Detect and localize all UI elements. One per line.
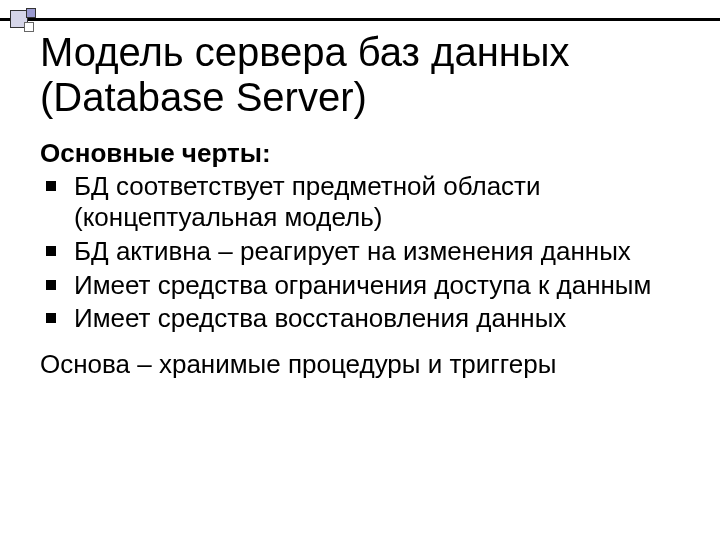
list-item-text: Имеет средства ограничения доступа к дан… bbox=[74, 270, 651, 300]
list-item: Имеет средства ограничения доступа к дан… bbox=[40, 270, 684, 302]
header-decoration bbox=[0, 6, 720, 32]
footer-line: Основа – хранимые процедуры и триггеры bbox=[40, 349, 684, 381]
list-item-text: Имеет средства восстановления данных bbox=[74, 303, 566, 333]
list-item: Имеет средства восстановления данных bbox=[40, 303, 684, 335]
list-item: БД соответствует предметной области (кон… bbox=[40, 171, 684, 234]
list-item-text: БД активна – реагирует на изменения данн… bbox=[74, 236, 631, 266]
square-bullet-icon bbox=[46, 280, 56, 290]
list-item: БД активна – реагирует на изменения данн… bbox=[40, 236, 684, 268]
square-bullet-icon bbox=[46, 313, 56, 323]
square-bullet-icon bbox=[46, 246, 56, 256]
list-item-text: БД соответствует предметной области (кон… bbox=[74, 171, 541, 233]
header-square-outline bbox=[24, 22, 34, 32]
slide: Модель сервера баз данных (Database Serv… bbox=[0, 0, 720, 540]
slide-title: Модель сервера баз данных (Database Serv… bbox=[40, 30, 684, 120]
square-bullet-icon bbox=[46, 181, 56, 191]
header-square-fill bbox=[26, 8, 36, 18]
bullet-list: БД соответствует предметной области (кон… bbox=[40, 171, 684, 336]
section-subhead: Основные черты: bbox=[40, 138, 684, 169]
header-rule bbox=[0, 18, 720, 21]
content-area: Модель сервера баз данных (Database Serv… bbox=[40, 30, 684, 381]
